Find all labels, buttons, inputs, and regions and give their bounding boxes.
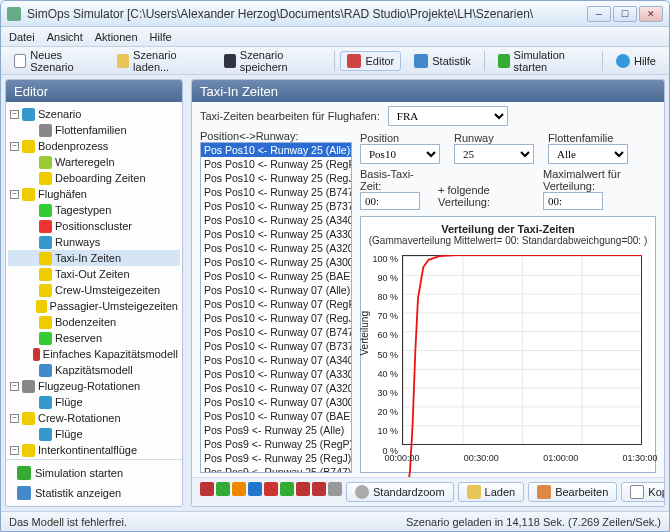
chart-ytick: 40 % (368, 369, 398, 379)
tree[interactable]: −SzenarioFlottenfamilien−BodenprozessWar… (6, 102, 182, 459)
menu-datei[interactable]: Datei (9, 31, 35, 43)
new-scenario-button[interactable]: Neues Szenario (7, 46, 104, 76)
list-item[interactable]: Pos Pos10 <- Runway 25 (B737) (201, 199, 351, 213)
list-item[interactable]: Pos Pos9 <- Runway 25 (Alle) (201, 423, 351, 437)
tool-icon-6[interactable] (280, 482, 294, 496)
chart-ytick: 100 % (368, 254, 398, 264)
list-item[interactable]: Pos Pos9 <- Runway 25 (RegP) (201, 437, 351, 451)
help-button[interactable]: Hilfe (609, 51, 663, 71)
tool-icon-4[interactable] (248, 482, 262, 496)
list-item[interactable]: Pos Pos10 <- Runway 07 (A340) (201, 353, 351, 367)
tree-einfach_kap[interactable]: Einfaches Kapazitätsmodell (8, 346, 180, 362)
list-item[interactable]: Pos Pos10 <- Runway 25 (Alle) (201, 143, 351, 157)
tree-runways[interactable]: Runways (8, 234, 180, 250)
tree-taxi_in[interactable]: Taxi-In Zeiten (8, 250, 180, 266)
kopieren-button[interactable]: Kopieren (621, 482, 664, 502)
list-item[interactable]: Pos Pos10 <- Runway 25 (B747) (201, 185, 351, 199)
close-button[interactable]: ✕ (639, 6, 663, 22)
tree-crew_rot[interactable]: −Crew-Rotationen (8, 410, 180, 426)
list-item[interactable]: Pos Pos10 <- Runway 25 (A300) (201, 255, 351, 269)
statistik-anzeigen-link[interactable]: Statistik anzeigen (12, 484, 176, 502)
tree-poscluster[interactable]: Positionscluster (8, 218, 180, 234)
expand-icon[interactable]: − (10, 414, 19, 423)
maximalwert-input[interactable] (543, 192, 603, 210)
tree-flottenfam[interactable]: Flottenfamilien (8, 122, 180, 138)
list-item[interactable]: Pos Pos10 <- Runway 25 (A320) (201, 241, 351, 255)
menu-hilfe[interactable]: Hilfe (150, 31, 172, 43)
tree-label: Reserven (55, 330, 102, 346)
tree-kapmodell[interactable]: Kapzitätsmodell (8, 362, 180, 378)
chart-subtitle: (Gammaverteilung Mittelwert= 00: Standar… (367, 235, 649, 246)
tree-passagier_umst[interactable]: Passagier-Umsteigezeiten (8, 298, 180, 314)
tree-flugzeug_rot[interactable]: −Flugzeug-Rotationen (8, 378, 180, 394)
tree-fluge2[interactable]: Flüge (8, 426, 180, 442)
list-item[interactable]: Pos Pos10 <- Runway 07 (A320) (201, 381, 351, 395)
basis-taxi-label: Basis-Taxi-Zeit: (360, 168, 424, 192)
tool-icon-1[interactable] (200, 482, 214, 496)
list-item[interactable]: Pos Pos10 <- Runway 25 (RegP) (201, 157, 351, 171)
tree-deboard[interactable]: Deboarding Zeiten (8, 170, 180, 186)
menu-aktionen[interactable]: Aktionen (95, 31, 138, 43)
list-item[interactable]: Pos Pos9 <- Runway 25 (B747) (201, 465, 351, 473)
tree-tagestypen[interactable]: Tagestypen (8, 202, 180, 218)
minimize-button[interactable]: ─ (587, 6, 611, 22)
list-item[interactable]: Pos Pos10 <- Runway 07 (B747) (201, 325, 351, 339)
list-item[interactable]: Pos Pos10 <- Runway 07 (Alle) (201, 283, 351, 297)
save-scenario-button[interactable]: Szenario speichern (217, 46, 328, 76)
list-item[interactable]: Pos Pos10 <- Runway 07 (A330) (201, 367, 351, 381)
bearbeiten-button[interactable]: Bearbeiten (528, 482, 617, 502)
simulation-start-button[interactable]: Simulation starten (491, 46, 597, 76)
tool-icon-5[interactable] (264, 482, 278, 496)
list-item[interactable]: Pos Pos10 <- Runway 07 (RegJ) (201, 311, 351, 325)
tool-icon-8[interactable] (312, 482, 326, 496)
list-item[interactable]: Pos Pos10 <- Runway 07 (RegP) (201, 297, 351, 311)
list-item[interactable]: Pos Pos10 <- Runway 25 (A330) (201, 227, 351, 241)
expand-icon[interactable]: − (10, 110, 19, 119)
tree-reserven[interactable]: Reserven (8, 330, 180, 346)
tree-interkont[interactable]: −Interkontinentalflüge (8, 442, 180, 458)
list-item[interactable]: Pos Pos10 <- Runway 25 (RegJ) (201, 171, 351, 185)
tree-flughafen[interactable]: −Flughäfen (8, 186, 180, 202)
tree-taxi_out[interactable]: Taxi-Out Zeiten (8, 266, 180, 282)
list-item[interactable]: Pos Pos10 <- Runway 25 (A340) (201, 213, 351, 227)
tree-szenario[interactable]: −Szenario (8, 106, 180, 122)
position-runway-list[interactable]: Pos Pos10 <- Runway 25 (Alle)Pos Pos10 <… (200, 142, 352, 473)
simulation-start-link[interactable]: Simulation starten (12, 464, 176, 482)
tree-label: Bodenprozess (38, 138, 108, 154)
position-label: Position (360, 132, 440, 144)
list-item[interactable]: Pos Pos10 <- Runway 07 (B737) (201, 339, 351, 353)
basis-taxi-input[interactable] (360, 192, 420, 210)
tree-warteregeln[interactable]: Warteregeln (8, 154, 180, 170)
laden-button[interactable]: Laden (458, 482, 525, 502)
tree-icon (39, 236, 52, 249)
tree-fluge1[interactable]: Flüge (8, 394, 180, 410)
expand-icon[interactable]: − (10, 190, 19, 199)
content-panel: Taxi-In Zeiten Taxi-Zeiten bearbeiten fü… (191, 79, 665, 507)
tool-icon-3[interactable] (232, 482, 246, 496)
tool-icon-2[interactable] (216, 482, 230, 496)
expand-icon[interactable]: − (10, 142, 19, 151)
list-item[interactable]: Pos Pos10 <- Runway 07 (BAE) (201, 409, 351, 423)
tree-boden[interactable]: −Bodenprozess (8, 138, 180, 154)
expand-icon[interactable]: − (10, 382, 19, 391)
position-select[interactable]: Pos10 (360, 144, 440, 164)
expand-icon[interactable]: − (10, 446, 19, 455)
tree-crew_umst[interactable]: Crew-Umsteigezeiten (8, 282, 180, 298)
tree-bodenzeiten[interactable]: Bodenzeiten (8, 314, 180, 330)
menu-ansicht[interactable]: Ansicht (47, 31, 83, 43)
statistik-button[interactable]: Statistik (407, 51, 478, 71)
standardzoom-button[interactable]: Standardzoom (346, 482, 454, 502)
list-item[interactable]: Pos Pos9 <- Runway 25 (RegJ) (201, 451, 351, 465)
load-scenario-button[interactable]: Szenario laden... (110, 46, 211, 76)
play-icon (498, 54, 510, 68)
maximize-button[interactable]: ☐ (613, 6, 637, 22)
list-item[interactable]: Pos Pos10 <- Runway 25 (BAE) (201, 269, 351, 283)
runway-select[interactable]: 25 (454, 144, 534, 164)
editor-button[interactable]: Editor (340, 51, 401, 71)
flughafen-select[interactable]: FRA (388, 106, 508, 126)
tool-icon-9[interactable] (328, 482, 342, 496)
chart-xtick: 00:00:00 (384, 453, 419, 463)
flottenfamilie-select[interactable]: Alle (548, 144, 628, 164)
list-item[interactable]: Pos Pos10 <- Runway 07 (A300) (201, 395, 351, 409)
tool-icon-7[interactable] (296, 482, 310, 496)
